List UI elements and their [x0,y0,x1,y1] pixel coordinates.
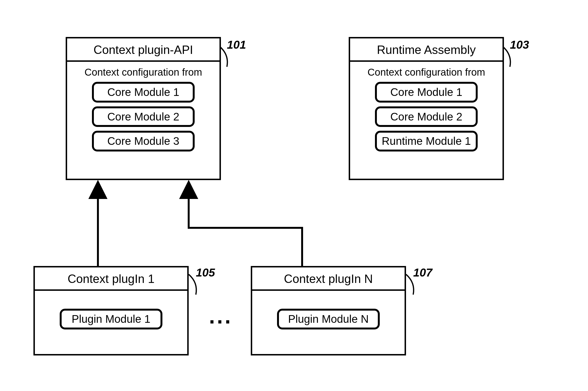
module-core-2: Core Module 2 [375,106,478,127]
module-runtime-1: Runtime Module 1 [375,131,478,151]
module-core-2: Core Module 2 [92,106,195,127]
box-context-plugin-api: Context plugin-API Context configuration… [66,37,221,180]
module-plugin-1: Plugin Module 1 [60,309,162,329]
box-subtitle: Context configuration from [74,67,212,78]
diagram-canvas: Context plugin-API Context configuration… [0,0,588,391]
module-plugin-n: Plugin Module N [277,309,380,329]
box-body: Plugin Module 1 [35,291,187,337]
box-context-plugin-1: Context plugIn 1 Plugin Module 1 [33,266,189,355]
box-title: Context plugIn N [252,267,405,291]
box-body: Context configuration from Core Module 1… [67,62,219,159]
ellipsis-icon: ... [209,305,233,327]
ref-label-101: 101 [227,38,246,51]
ref-label-107: 107 [413,266,432,279]
box-runtime-assembly: Runtime Assembly Context configuration f… [349,37,504,180]
ref-label-103: 103 [510,38,529,51]
module-core-3: Core Module 3 [92,131,195,151]
module-core-1: Core Module 1 [375,82,478,102]
box-title: Runtime Assembly [350,38,502,62]
module-core-1: Core Module 1 [92,82,195,102]
box-context-plugin-n: Context plugIn N Plugin Module N [251,266,406,355]
ref-curve-105 [189,274,196,295]
box-title: Context plugIn 1 [35,267,187,291]
box-subtitle: Context configuration from [357,67,495,78]
arrow-pluginN-to-api [189,184,302,266]
ref-curve-107 [406,274,414,295]
ref-label-105: 105 [196,266,215,279]
box-body: Plugin Module N [252,291,405,337]
box-title: Context plugin-API [67,38,219,62]
box-body: Context configuration from Core Module 1… [350,62,502,159]
